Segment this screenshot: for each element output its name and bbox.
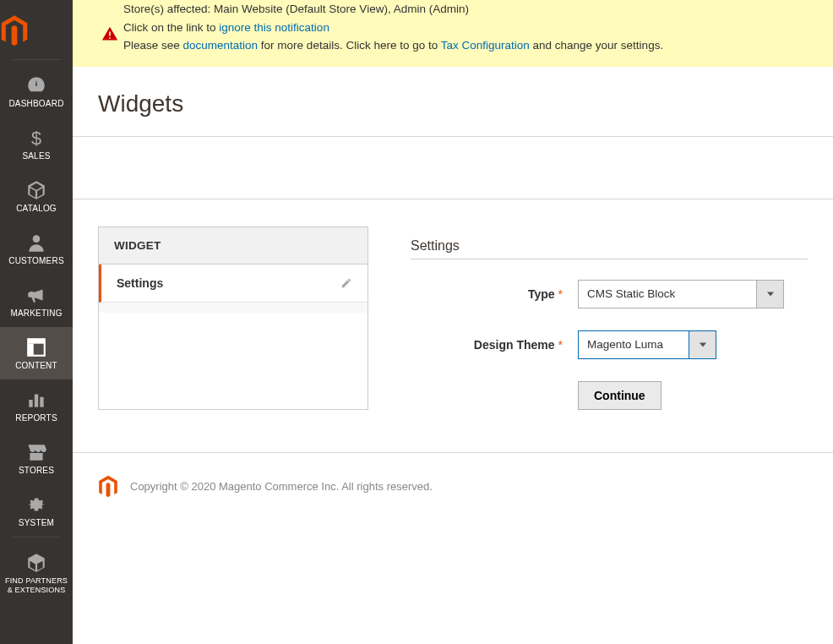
required-mark: * — [558, 287, 563, 301]
type-label: Type* — [411, 287, 578, 301]
svg-rect-6 — [35, 395, 38, 407]
nav-content[interactable]: CONTENT — [0, 327, 73, 379]
nav-reports[interactable]: REPORTS — [0, 379, 73, 432]
megaphone-icon — [25, 285, 47, 305]
panel-footer — [99, 303, 368, 313]
main-content: Store(s) affected: Main Website (Default… — [73, 0, 833, 452]
documentation-link[interactable]: documentation — [183, 39, 259, 52]
magento-logo[interactable] — [0, 0, 73, 59]
svg-rect-5 — [29, 400, 32, 407]
footer-copyright: Copyright © 2020 Magento Commerce Inc. A… — [130, 480, 433, 493]
dollar-icon: $ — [25, 128, 47, 148]
box-icon — [25, 180, 47, 200]
theme-select[interactable]: Magento Luma — [578, 330, 716, 359]
tax-config-link[interactable]: Tax Configuration — [441, 39, 530, 52]
admin-sidebar: DASHBOARD $ SALES CATALOG CUSTOMERS MARK… — [0, 0, 73, 521]
bars-icon — [25, 390, 47, 410]
nav-catalog[interactable]: CATALOG — [0, 170, 73, 222]
required-mark: * — [558, 338, 563, 352]
page-title: Widgets — [98, 90, 833, 117]
layout-icon — [25, 337, 47, 357]
magento-logo-footer — [98, 475, 118, 499]
type-select-toggle[interactable] — [757, 280, 784, 308]
gear-icon — [25, 494, 47, 515]
nav-sales[interactable]: $ SALES — [0, 117, 73, 170]
nav-system-label: SYSTEM — [19, 518, 54, 521]
continue-button[interactable]: Continue — [578, 381, 662, 410]
nav-system[interactable]: SYSTEM — [0, 484, 73, 521]
notice-line3: Please see documentation for more detail… — [123, 36, 819, 55]
system-notice: Store(s) affected: Main Website (Default… — [73, 0, 833, 67]
notice-line1: Store(s) affected: Main Website (Default… — [123, 0, 819, 19]
theme-select-toggle[interactable] — [689, 330, 716, 359]
nav-content-label: CONTENT — [15, 361, 57, 371]
widget-side-panel: WIDGET Settings — [98, 226, 368, 410]
person-icon — [25, 232, 47, 253]
nav-dashboard[interactable]: DASHBOARD — [0, 65, 73, 117]
type-row: Type* CMS Static Block — [411, 280, 808, 308]
nav-divider — [12, 59, 61, 60]
svg-rect-3 — [28, 339, 45, 343]
store-icon — [25, 442, 47, 462]
settings-title: Settings — [411, 238, 808, 254]
svg-point-1 — [33, 235, 41, 243]
nav-marketing-label: MARKETING — [10, 308, 62, 319]
svg-rect-4 — [28, 344, 34, 356]
nav-customers[interactable]: CUSTOMERS — [0, 222, 73, 275]
theme-select-value: Magento Luma — [578, 330, 689, 359]
nav-sales-label: SALES — [22, 151, 50, 161]
type-select-value: CMS Static Block — [578, 280, 757, 308]
settings-form: Settings Type* CMS Static Block Design T… — [368, 226, 833, 410]
theme-label: Design Theme* — [411, 338, 578, 352]
gauge-icon — [25, 75, 47, 96]
pencil-icon — [340, 277, 352, 289]
ignore-notification-link[interactable]: ignore this notification — [219, 21, 329, 34]
widget-panel-header: WIDGET — [99, 227, 368, 265]
nav-reports-label: REPORTS — [15, 413, 57, 423]
form-layout: WIDGET Settings Settings Type* CMS Stati… — [73, 226, 833, 452]
nav-dashboard-label: DASHBOARD — [8, 99, 63, 109]
toolbar-area — [73, 136, 833, 199]
svg-text:$: $ — [31, 128, 41, 149]
widget-panel-settings-label: Settings — [117, 276, 163, 290]
footer: Copyright © 2020 Magento Commerce Inc. A… — [73, 452, 833, 521]
nav-stores[interactable]: STORES — [0, 432, 73, 484]
nav-catalog-label: CATALOG — [16, 204, 57, 214]
type-select[interactable]: CMS Static Block — [578, 280, 784, 308]
warning-icon — [101, 25, 118, 42]
nav-customers-label: CUSTOMERS — [8, 256, 64, 266]
widget-panel-settings[interactable]: Settings — [99, 265, 368, 303]
nav-marketing[interactable]: MARKETING — [0, 275, 73, 327]
section-rule — [411, 259, 808, 259]
theme-row: Design Theme* Magento Luma — [411, 330, 808, 359]
notice-line2: Click on the link to ignore this notific… — [123, 19, 819, 37]
svg-rect-7 — [40, 397, 43, 407]
nav-stores-label: STORES — [19, 466, 54, 476]
